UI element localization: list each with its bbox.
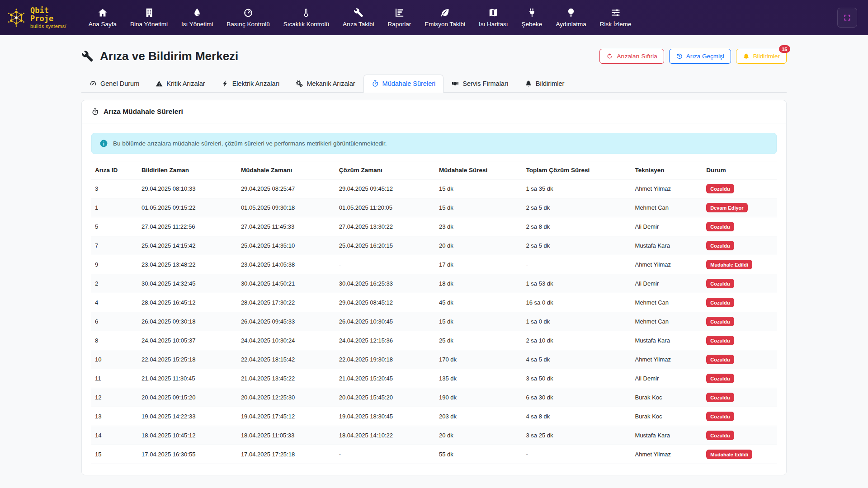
notifications-button[interactable]: Bildirimler 15 bbox=[736, 49, 787, 64]
cell-reported-time: 18.04.2025 10:45:12 bbox=[138, 426, 237, 445]
table-head: Arıza ID Bildirilen Zaman Müdahale Zaman… bbox=[91, 161, 777, 179]
cell-intervention-time: 20.04.2025 12:25:30 bbox=[237, 388, 335, 407]
cell-technician: Mustafa Kara bbox=[632, 331, 703, 350]
table-row: 2 30.04.2025 14:32:45 30.04.2025 14:50:2… bbox=[91, 274, 777, 293]
refresh-icon bbox=[606, 53, 613, 60]
nav-item[interactable]: Bina Yönetimi bbox=[123, 4, 175, 31]
nav-item[interactable]: Isı Haritası bbox=[472, 4, 515, 31]
tab[interactable]: Genel Durum bbox=[81, 75, 147, 93]
cell-technician: Mehmet Can bbox=[632, 312, 703, 331]
cell-intervention-time: 21.04.2025 13:45:22 bbox=[237, 369, 335, 388]
tab[interactable]: Elektrik Arızaları bbox=[213, 75, 288, 93]
cell-reported-time: 21.04.2025 11:30:45 bbox=[138, 369, 237, 388]
cell-total-resolution-duration: 4 sa 8 dk bbox=[523, 407, 632, 426]
cell-resolution-time: 22.04.2025 19:30:18 bbox=[335, 350, 435, 369]
reset-faults-button[interactable]: Arızaları Sıfırla bbox=[599, 49, 664, 64]
stopwatch-icon bbox=[372, 80, 379, 87]
card-title: Arıza Müdahale Süreleri bbox=[104, 108, 183, 116]
cell-resolution-time: 30.04.2025 16:25:33 bbox=[335, 274, 435, 293]
table-column-header: Çözüm Zamanı bbox=[335, 161, 435, 179]
cell-reported-time: 01.05.2025 09:15:22 bbox=[138, 198, 237, 217]
table-column-header: Durum bbox=[703, 161, 777, 179]
nav-item[interactable]: Şebeke bbox=[515, 4, 549, 31]
cell-fault-id: 13 bbox=[91, 407, 138, 426]
cell-intervention-duration: 55 dk bbox=[435, 445, 523, 464]
cell-total-resolution-duration: 16 sa 0 dk bbox=[523, 293, 632, 312]
nav-item[interactable]: Arıza Takibi bbox=[336, 4, 381, 31]
map-icon bbox=[488, 8, 498, 18]
cell-resolution-time: 25.04.2025 16:20:15 bbox=[335, 236, 435, 255]
fault-history-button[interactable]: Arıza Geçmişi bbox=[669, 49, 731, 64]
tab-label: Kritik Arızalar bbox=[166, 80, 205, 87]
tab-label: Genel Durum bbox=[100, 80, 139, 87]
status-badge: Cozuldu bbox=[706, 317, 734, 326]
handshake-icon bbox=[452, 80, 459, 87]
nav-item[interactable]: Aydınlatma bbox=[549, 4, 593, 31]
cell-fault-id: 7 bbox=[91, 236, 138, 255]
cell-fault-id: 1 bbox=[91, 198, 138, 217]
cell-resolution-time: 27.04.2025 13:30:22 bbox=[335, 217, 435, 236]
cell-total-resolution-duration: 1 sa 53 dk bbox=[523, 274, 632, 293]
nav-item[interactable]: Basınç Kontrolü bbox=[220, 4, 276, 31]
cell-total-resolution-duration: 3 sa 50 dk bbox=[523, 369, 632, 388]
cell-fault-id: 9 bbox=[91, 255, 138, 274]
table-column-header: Bildirilen Zaman bbox=[138, 161, 237, 179]
info-alert: Bu bölümde arızalara müdahale süreleri, … bbox=[91, 133, 777, 154]
table-row: 4 28.04.2025 16:45:12 28.04.2025 17:30:2… bbox=[91, 293, 777, 312]
cell-resolution-time: 20.04.2025 15:45:20 bbox=[335, 388, 435, 407]
tab[interactable]: Müdahale Süreleri bbox=[363, 75, 444, 93]
status-badge: Cozuldu bbox=[706, 355, 734, 364]
cell-intervention-duration: 45 dk bbox=[435, 293, 523, 312]
bell-icon bbox=[525, 80, 532, 87]
table-row: 7 25.04.2025 14:15:42 25.04.2025 14:35:1… bbox=[91, 236, 777, 255]
cell-fault-id: 4 bbox=[91, 293, 138, 312]
nav-item-label: Emisyon Takibi bbox=[425, 21, 465, 28]
cell-resolution-time: 19.04.2025 18:30:45 bbox=[335, 407, 435, 426]
tab[interactable]: Mekanik Arızalar bbox=[288, 75, 363, 93]
cell-technician: Burak Koc bbox=[632, 388, 703, 407]
nav-item[interactable]: Raporlar bbox=[381, 4, 418, 31]
status-badge: Cozuldu bbox=[706, 431, 734, 440]
cell-total-resolution-duration: 3 sa 25 dk bbox=[523, 426, 632, 445]
cell-intervention-time: 23.04.2025 14:05:38 bbox=[237, 255, 335, 274]
cell-intervention-duration: 15 dk bbox=[435, 198, 523, 217]
status-badge: Cozuldu bbox=[706, 222, 734, 231]
status-badge: Devam Ediyor bbox=[706, 203, 747, 212]
tab[interactable]: Bildirimler bbox=[517, 75, 573, 93]
nav-item-label: Risk İzleme bbox=[600, 21, 632, 28]
cell-intervention-duration: 203 dk bbox=[435, 407, 523, 426]
header-actions: Arızaları Sıfırla Arıza Geçmişi Bildirim… bbox=[599, 49, 787, 64]
tab[interactable]: Kritik Arızalar bbox=[147, 75, 213, 93]
cell-intervention-time: 22.04.2025 18:15:42 bbox=[237, 350, 335, 369]
fullscreen-button[interactable] bbox=[837, 8, 857, 28]
status-badge: Cozuldu bbox=[706, 279, 734, 288]
thermometer-icon bbox=[301, 8, 311, 18]
cell-total-resolution-duration: 6 sa 30 dk bbox=[523, 388, 632, 407]
table-row: 5 27.04.2025 11:22:56 27.04.2025 11:45:3… bbox=[91, 217, 777, 236]
tab[interactable]: Servis Firmaları bbox=[443, 75, 517, 93]
cell-intervention-time: 01.05.2025 09:30:18 bbox=[237, 198, 335, 217]
expand-icon bbox=[843, 14, 851, 22]
nav-item-label: Aydınlatma bbox=[556, 21, 586, 28]
nav-item-label: Basınç Kontrolü bbox=[226, 21, 269, 28]
nav-item[interactable]: Isı Yönetimi bbox=[175, 4, 220, 31]
cell-technician: Ahmet Yilmaz bbox=[632, 179, 703, 198]
cell-technician: Ali Demir bbox=[632, 369, 703, 388]
nav-item[interactable]: Ana Sayfa bbox=[82, 4, 123, 31]
nav-item-label: Sıcaklık Kontrolü bbox=[283, 21, 329, 28]
brand-logo[interactable]: Qbit Proje builds systems/ bbox=[6, 6, 66, 29]
cell-reported-time: 27.04.2025 11:22:56 bbox=[138, 217, 237, 236]
nav-item-label: Raporlar bbox=[388, 21, 411, 28]
nav-item[interactable]: Emisyon Takibi bbox=[418, 4, 472, 31]
table-body: 3 29.04.2025 08:10:33 29.04.2025 08:25:4… bbox=[91, 179, 777, 464]
plug-icon bbox=[527, 8, 537, 18]
cell-intervention-duration: 18 dk bbox=[435, 274, 523, 293]
cell-total-resolution-duration: 2 sa 5 dk bbox=[523, 198, 632, 217]
nav-item[interactable]: Risk İzleme bbox=[593, 4, 638, 31]
table-column-header: Toplam Çözüm Süresi bbox=[523, 161, 632, 179]
status-badge: Cozuldu bbox=[706, 241, 734, 250]
cell-technician: Burak Koc bbox=[632, 407, 703, 426]
nav-item[interactable]: Sıcaklık Kontrolü bbox=[277, 4, 336, 31]
cell-reported-time: 20.04.2025 09:15:20 bbox=[138, 388, 237, 407]
cell-total-resolution-duration: - bbox=[523, 255, 632, 274]
